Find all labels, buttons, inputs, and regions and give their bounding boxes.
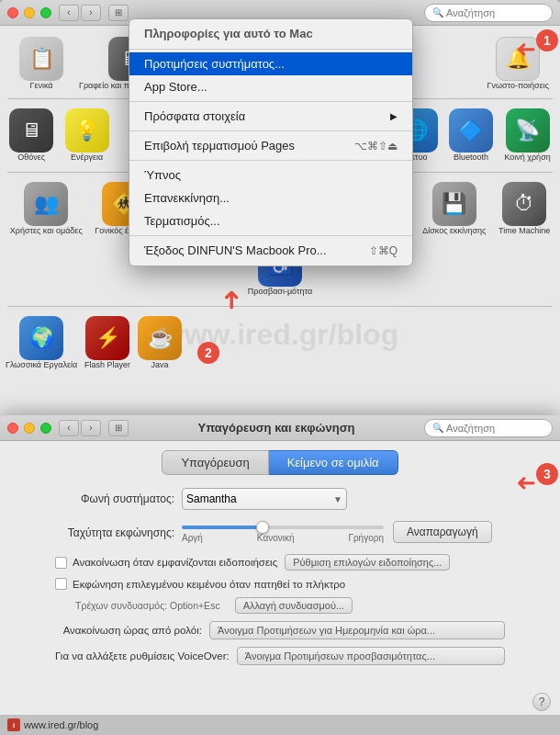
pref-timemachine[interactable]: ⏱ Time Machine [497,178,552,240]
voiceover-row: Για να αλλάξετε ρυθμίσεις VoiceOver: Άνο… [28,647,532,665]
check2-label: Εκφώνηση επιλεγμένου κειμένου όταν πατηθ… [73,579,345,590]
flash-icon: ⚡ [85,316,129,360]
annotation-badge-3: 3 [536,463,558,485]
bluetooth-icon: 🔷 [449,108,493,153]
url-text: www.ired.gr/blog [24,719,98,730]
menu-sep-1 [129,101,412,102]
menu-sep-4 [129,235,412,236]
top-window: ‹ › ⊞ 🔍 📋 Γενικά 🖥 Γραφείο και προφίλ. ο… [0,0,560,423]
menu-sleep[interactable]: Ύπνος [129,164,412,187]
time-settings-button[interactable]: Άνοιγμα Προτιμήσεων για Ημερομηνία και ώ… [209,621,505,639]
speed-mid-label: Κανονική [257,533,295,543]
bottom-titlebar: ‹ › ⊞ Υπαγόρευση και εκφώνηση 🔍 [0,415,560,441]
bottom-window: ‹ › ⊞ Υπαγόρευση και εκφώνηση 🔍 Υπαγόρευ… [0,415,560,735]
arrow-1-icon: ➜ [516,35,536,63]
timemachine-label: Time Machine [498,226,550,236]
ired-icon: i [7,718,20,731]
menu-shutdown[interactable]: Τερματισμός... [129,209,412,232]
check1-checkbox[interactable] [55,557,67,569]
java-label: Java [151,360,169,370]
pref-diskos[interactable]: 💾 Δίσκος εκκίνησης [420,178,487,240]
bottom-forward-button[interactable]: › [81,420,101,436]
timemachine-icon: ⏱ [502,182,546,226]
voiceover-label: Για να αλλάξετε ρυθμίσεις VoiceOver: [55,650,230,662]
bottom-search-bar[interactable]: 🔍 [424,419,553,437]
submenu-arrow: ▶ [390,111,398,121]
maximize-button[interactable] [40,7,51,18]
search-input[interactable] [446,7,544,18]
pref-glossika[interactable]: 🌍 Γλωσσικά Εργαλεία [4,312,79,374]
grid-button[interactable]: ⊞ [108,5,129,21]
menu-restart[interactable]: Επανεκκίνηση... [129,187,412,209]
koini-icon: 📡 [506,108,550,153]
nav-buttons: ‹ › [59,5,101,21]
diskos-icon: 💾 [432,182,476,226]
pref-xristes[interactable]: 👥 Χρήστες και ομάδες [8,178,84,240]
glossika-icon: 🌍 [19,316,63,360]
status-bar: i www.ired.gr/blog [0,715,560,735]
help-button[interactable]: ? [532,693,551,711]
change-combo-button[interactable]: Αλλαγή συνδυασμού... [235,597,353,614]
pref-bluetooth[interactable]: 🔷 Bluetooth [447,105,495,166]
back-button[interactable]: ‹ [59,5,79,21]
pref-energia[interactable]: 💡 Ενέργεια [63,105,111,166]
bottom-minimize-button[interactable] [24,423,35,434]
bottom-grid-button[interactable]: ⊞ [108,420,129,436]
bottom-back-button[interactable]: ‹ [59,420,79,436]
pref-flash[interactable]: ⚡ Flash Player [83,312,132,374]
pages-shortcut: ⌥⌘⇧⏏ [354,140,398,153]
close-button[interactable] [7,7,18,18]
tab-keimeno[interactable]: Κείμενο σε ομιλία [269,450,398,475]
check2-checkbox[interactable] [55,578,67,590]
koini-label: Κοινή χρήση [504,153,550,163]
menu-sep-2 [129,130,412,131]
search-icon: 🔍 [432,7,443,17]
voiceover-settings-button[interactable]: Άνοιγμα Προτιμήσεων προσβασιμότητας... [237,647,505,665]
play-button[interactable]: Αναπαραγωγή [393,521,492,543]
annotation-badge-1: 1 [536,29,558,51]
bottom-nav-buttons: ‹ › [59,420,101,436]
notif-settings-button[interactable]: Ρύθμιση επιλογών ειδοποίησης... [285,554,450,571]
menu-sep-3 [129,160,412,161]
minimize-button[interactable] [24,7,35,18]
traffic-lights [7,7,51,18]
diskos-label: Δίσκος εκκίνησης [422,226,486,236]
speed-slider[interactable]: Αργή Κανονική Γρήγορη [182,522,384,543]
url-bar: i www.ired.gr/blog [7,718,98,731]
speed-max-label: Γρήγορη [348,533,384,543]
forward-button[interactable]: › [81,5,101,21]
glossika-label: Γλωσσικά Εργαλεία [6,360,77,370]
java-icon: ☕ [138,316,182,360]
prosvasi-label: Προσβασι-μότητα [248,287,312,297]
pref-genika[interactable]: 📋 Γενικά [9,33,73,95]
voice-select[interactable]: Samantha ▼ [182,488,347,510]
menu-recent[interactable]: Πρόσφατα στοιχεία ▶ [129,105,412,128]
menu-pages[interactable]: Επιβολή τερματισμού Pages ⌥⌘⇧⏏ [129,134,412,157]
form-content: Φωνή συστήματος: Samantha ▼ Ταχύτητα εκφ… [0,475,560,682]
xristes-icon: 👥 [24,182,68,226]
bottom-search-input[interactable] [446,423,544,434]
pref-java[interactable]: ☕ Java [136,312,184,374]
tab-ypagoreysi[interactable]: Υπαγόρευση [162,450,268,475]
bottom-search-icon: 🔍 [432,423,443,433]
gnostop-label: Γνωστο-ποιήσεις [487,81,549,91]
genika-label: Γενικά [29,81,52,91]
bottom-close-button[interactable] [7,423,18,434]
select-arrow-icon: ▼ [333,494,342,504]
energia-icon: 💡 [65,108,109,153]
menu-logout[interactable]: Έξοδος DINFUN'S Macbook Pro... ⇧⌘Q [129,239,412,262]
pref-othones[interactable]: 🖥 Οθόνες [7,105,55,166]
check2-sub-label: Τρέχων συνδυασμός: Option+Esc [75,600,220,611]
bottom-maximize-button[interactable] [40,423,51,434]
search-bar[interactable]: 🔍 [424,4,553,22]
energia-label: Ενέργεια [71,153,103,163]
speed-min-label: Αργή [182,533,203,543]
genika-icon: 📋 [19,37,63,81]
tabs-bar: Υπαγόρευση Κείμενο σε ομιλία [0,441,560,475]
bluetooth-label: Bluetooth [454,153,488,163]
xristes-label: Χρήστες και ομάδες [10,226,83,236]
menu-appstore[interactable]: App Store... [129,75,412,98]
menu-sep-0 [129,49,412,50]
pref-koini[interactable]: 📡 Κοινή χρήση [502,105,552,166]
menu-prefs[interactable]: Προτιμήσεις συστήματος... [129,52,412,75]
